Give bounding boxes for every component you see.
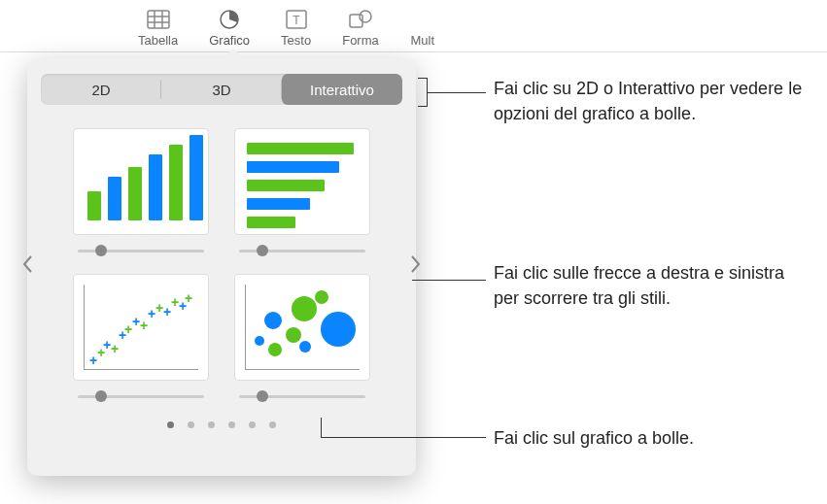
callout-line <box>428 92 486 93</box>
chart-icon <box>217 8 242 31</box>
callout-arrows: Fai clic sulle frecce a destra e sinistr… <box>494 260 805 311</box>
page-dot[interactable] <box>188 421 194 428</box>
toolbar: Tabella Grafico T Testo Forma Mult <box>0 0 827 52</box>
style-slider[interactable] <box>239 392 365 400</box>
svg-point-9 <box>360 11 371 22</box>
svg-rect-0 <box>148 11 169 28</box>
table-icon <box>146 8 171 31</box>
page-dot[interactable] <box>167 421 174 428</box>
text-icon: T <box>284 8 309 31</box>
toolbar-item-chart[interactable]: Grafico <box>209 8 250 48</box>
chart-style-scatter[interactable]: + + + + + + + + + + + + + + <box>70 274 212 400</box>
chart-style-bubble[interactable] <box>231 274 373 400</box>
next-style-arrow[interactable] <box>404 245 428 284</box>
toolbar-item-text[interactable]: T Testo <box>281 8 311 48</box>
toolbar-label: Tabella <box>138 33 178 48</box>
toolbar-label: Forma <box>342 33 379 48</box>
toolbar-item-media[interactable]: Mult <box>410 8 435 48</box>
column-chart-thumb <box>73 128 209 235</box>
style-slider[interactable] <box>78 247 204 254</box>
toolbar-item-shape[interactable]: Forma <box>342 8 379 48</box>
page-indicator <box>41 421 402 428</box>
bar-chart-thumb <box>234 128 370 235</box>
page-dot[interactable] <box>249 421 256 428</box>
toolbar-label: Testo <box>281 33 311 48</box>
prev-style-arrow[interactable] <box>16 245 39 284</box>
bubble-chart-thumb <box>234 274 370 381</box>
page-dot[interactable] <box>208 421 215 428</box>
callout-bracket <box>418 78 428 107</box>
svg-text:T: T <box>293 14 300 27</box>
media-icon <box>410 8 435 31</box>
chart-style-bar[interactable] <box>231 128 373 254</box>
page-dot[interactable] <box>269 421 276 428</box>
shape-icon <box>348 8 373 31</box>
chart-style-grid: + + + + + + + + + + + + + + <box>41 128 402 400</box>
callout-line <box>321 418 322 437</box>
tab-2d[interactable]: 2D <box>41 74 161 105</box>
toolbar-item-table[interactable]: Tabella <box>138 8 178 48</box>
chart-type-tabs: 2D 3D Interattivo <box>41 74 402 105</box>
callout-line <box>412 280 486 281</box>
scatter-chart-thumb: + + + + + + + + + + + + + + <box>73 274 209 381</box>
style-slider[interactable] <box>78 392 204 400</box>
tab-interactive[interactable]: Interattivo <box>282 74 402 105</box>
tab-3d[interactable]: 3D <box>161 74 282 105</box>
chart-style-column[interactable] <box>70 128 212 254</box>
toolbar-label: Mult <box>410 33 434 48</box>
chart-popover: 2D 3D Interattivo <box>27 58 416 476</box>
callout-line <box>321 437 486 438</box>
toolbar-label: Grafico <box>209 33 250 48</box>
callout-bubble: Fai clic sul grafico a bolle. <box>494 425 814 451</box>
style-slider[interactable] <box>239 247 365 254</box>
page-dot[interactable] <box>228 421 235 428</box>
callout-tabs: Fai clic su 2D o Interattivo per vedere … <box>494 76 814 126</box>
